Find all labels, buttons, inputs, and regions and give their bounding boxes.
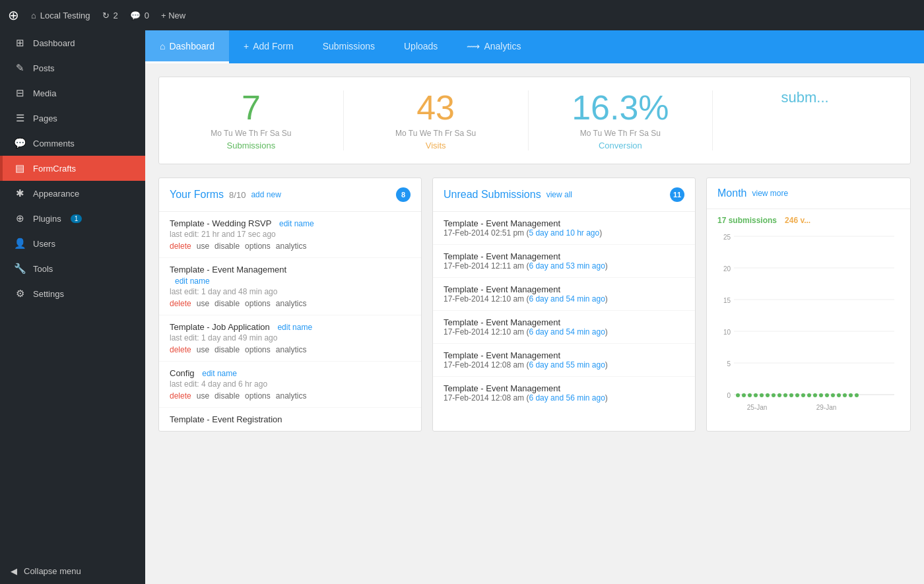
options-link[interactable]: options	[245, 242, 271, 251]
visits-label: Visits	[357, 141, 515, 150]
tab-label: Add Form	[253, 41, 293, 51]
disable-link[interactable]: disable	[214, 242, 240, 251]
your-forms-title: Your Forms	[170, 189, 224, 201]
disable-link[interactable]: disable	[214, 345, 240, 354]
submission-time: 17-Feb-2014 12:08 am (6 day and 56 min a…	[444, 393, 684, 403]
svg-point-40	[760, 393, 764, 397]
sidebar-item-label: Pages	[33, 114, 57, 123]
use-link[interactable]: use	[197, 242, 209, 251]
submission-item: Template - Event Management 17-Feb-2014 …	[433, 278, 695, 311]
submission-form-name: Template - Event Management	[444, 284, 684, 294]
tab-dashboard[interactable]: ⌂ Dashboard	[145, 30, 229, 63]
options-link[interactable]: options	[245, 345, 271, 354]
svg-text:10: 10	[723, 329, 731, 336]
bar-chart: 25 20 15 10 5 0	[717, 233, 896, 418]
sidebar-item-users[interactable]: 👤 Users	[0, 231, 145, 256]
use-link[interactable]: use	[197, 391, 209, 401]
svg-text:25-Jan: 25-Jan	[747, 404, 768, 411]
sidebar-item-posts[interactable]: ✎ Posts	[0, 55, 145, 81]
conversion-days: Mo Tu We Th Fr Sa Su	[542, 129, 700, 138]
sidebar-item-pages[interactable]: ☰ Pages	[0, 106, 145, 131]
sidebar-item-comments[interactable]: 💬 Comments	[0, 131, 145, 156]
options-link[interactable]: options	[245, 391, 271, 401]
svg-point-48	[807, 393, 811, 397]
submissions-label: Submissions	[172, 141, 330, 150]
edit-name-link[interactable]: edit name	[277, 323, 312, 332]
tab-uploads[interactable]: Uploads	[389, 30, 452, 63]
collapse-menu-button[interactable]: ◀ Collapse menu	[0, 558, 145, 584]
form-name: Config	[170, 368, 195, 378]
month-chart-title: Month	[717, 187, 746, 199]
dashboard-tab-icon: ⌂	[160, 41, 165, 51]
tools-icon: 🔧	[13, 263, 26, 275]
wp-logo-icon[interactable]: ⊕	[8, 7, 19, 23]
dashboard-icon: ⊞	[13, 37, 26, 49]
unread-submissions-badge: 11	[670, 187, 684, 202]
your-forms-badge: 8	[396, 187, 411, 202]
your-forms-header: Your Forms 8/10 add new 8	[159, 178, 421, 212]
sidebar-item-tools[interactable]: 🔧 Tools	[0, 256, 145, 281]
sidebar-item-plugins[interactable]: ⊕ Plugins 1	[0, 206, 145, 231]
tab-add-form[interactable]: + Add Form	[229, 30, 308, 63]
new-button[interactable]: + New	[161, 11, 185, 20]
options-link[interactable]: options	[245, 299, 271, 308]
sidebar-item-settings[interactable]: ⚙ Settings	[0, 281, 145, 306]
comments-button[interactable]: 💬 0	[130, 11, 149, 20]
sidebar-item-media[interactable]: ⊟ Media	[0, 81, 145, 106]
sidebar-item-dashboard[interactable]: ⊞ Dashboard	[0, 30, 145, 55]
submission-form-name: Template - Event Management	[444, 317, 684, 327]
submission-time: 17-Feb-2014 12:10 am (6 day and 54 min a…	[444, 294, 684, 304]
tab-analytics[interactable]: ⟿ Analytics	[452, 30, 535, 63]
chart-dots	[736, 393, 859, 397]
submission-ago: 6 day and 54 min ago	[529, 294, 605, 304]
analytics-link[interactable]: analytics	[276, 299, 307, 308]
submission-ago: 6 day and 54 min ago	[529, 327, 605, 337]
form-last-edit: last edit: 21 hr and 17 sec ago	[170, 230, 411, 239]
delete-link[interactable]: delete	[170, 299, 191, 308]
delete-link[interactable]: delete	[170, 391, 191, 401]
tab-submissions[interactable]: Submissions	[308, 30, 389, 63]
analytics-link[interactable]: analytics	[276, 345, 307, 354]
svg-point-36	[736, 393, 740, 397]
tab-label: Dashboard	[169, 41, 214, 51]
stat-submissions: 7 Mo Tu We Th Fr Sa Su Submissions	[172, 90, 344, 150]
delete-link[interactable]: delete	[170, 242, 191, 251]
svg-point-56	[855, 393, 859, 397]
svg-text:29-Jan: 29-Jan	[816, 404, 837, 411]
cards-row: Your Forms 8/10 add new 8 Template - Wed…	[158, 178, 911, 432]
svg-point-55	[849, 393, 853, 397]
sidebar-item-appearance[interactable]: ✱ Appearance	[0, 181, 145, 206]
disable-link[interactable]: disable	[214, 299, 240, 308]
updates-icon: ↻	[102, 11, 110, 20]
users-icon: 👤	[13, 238, 26, 249]
posts-icon: ✎	[13, 62, 26, 74]
edit-name-link[interactable]: edit name	[175, 276, 210, 286]
delete-link[interactable]: delete	[170, 345, 191, 354]
view-all-link[interactable]: view all	[546, 190, 572, 199]
submission-form-name: Template - Event Management	[444, 251, 684, 261]
disable-link[interactable]: disable	[214, 391, 240, 401]
chart-container: 25 20 15 10 5 0	[707, 228, 910, 430]
edit-name-link[interactable]: edit name	[279, 219, 314, 228]
edit-name-link[interactable]: edit name	[202, 369, 237, 378]
analytics-link[interactable]: analytics	[276, 242, 307, 251]
submission-item: Template - Event Management 17-Feb-2014 …	[433, 245, 695, 278]
use-link[interactable]: use	[197, 345, 209, 354]
site-name[interactable]: ⌂ Local Testing	[31, 11, 90, 20]
unread-submissions-card: Unread Submissions view all 11 Template …	[432, 178, 696, 432]
analytics-link[interactable]: analytics	[276, 391, 307, 401]
sidebar-item-formcrafts[interactable]: ▤ FormCrafts	[0, 156, 145, 181]
view-more-link[interactable]: view more	[752, 189, 788, 198]
updates-button[interactable]: ↻ 2	[102, 11, 118, 20]
svg-point-37	[742, 393, 746, 397]
form-name: Template - Event Management	[170, 265, 286, 275]
add-new-form-link[interactable]: add new	[251, 190, 280, 199]
analytics-icon: ⟿	[467, 41, 480, 51]
svg-point-50	[819, 393, 823, 397]
collapse-icon: ◀	[11, 566, 17, 576]
svg-text:15: 15	[723, 297, 731, 304]
use-link[interactable]: use	[197, 299, 209, 308]
stat-extra: subm...	[726, 90, 897, 150]
comments-icon: 💬	[130, 11, 141, 20]
main-layout: ⊞ Dashboard ✎ Posts ⊟ Media ☰ Pages 💬 Co…	[0, 30, 924, 584]
